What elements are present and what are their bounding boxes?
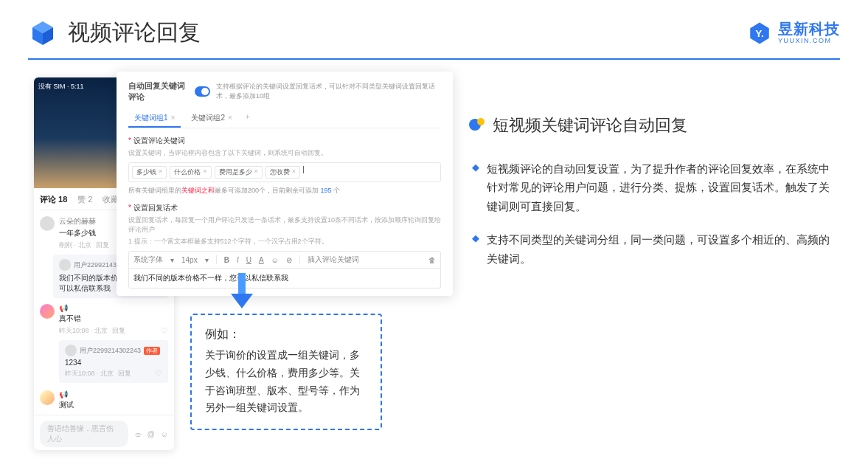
- clear-button[interactable]: ⊘: [286, 256, 292, 264]
- bubble-icon: [469, 117, 485, 134]
- reply-link[interactable]: 回复: [112, 326, 125, 336]
- cube-icon: [28, 18, 58, 48]
- callout-heading: 例如：: [205, 327, 367, 342]
- italic-button[interactable]: I: [237, 256, 239, 264]
- keyword-tag: 多少钱×: [132, 166, 167, 179]
- tab-comments[interactable]: 评论 18: [40, 194, 67, 205]
- page-title: 视频评论回复: [68, 18, 201, 48]
- at-icon[interactable]: @: [147, 430, 155, 438]
- brand-name-cn: 昱新科技: [778, 21, 840, 36]
- tab-likes[interactable]: 赞 2: [77, 194, 92, 205]
- color-button[interactable]: A: [259, 256, 264, 264]
- keyword-input[interactable]: 多少钱× 什么价格× 费用是多少× 怎收费×: [128, 162, 441, 182]
- diamond-icon: ◆: [472, 232, 479, 269]
- size-select[interactable]: 14px: [181, 256, 198, 264]
- switch-label: 自动回复关键词评论: [128, 80, 189, 103]
- keyword-tag: 费用是多少×: [215, 166, 263, 179]
- emoji-icon[interactable]: ☺: [161, 430, 168, 438]
- keyword-group-tab[interactable]: 关键词组2×: [185, 110, 237, 128]
- insert-keyword-button[interactable]: 插入评论关键词: [308, 255, 359, 265]
- svg-point-3: [477, 118, 485, 125]
- avatar: [40, 216, 55, 231]
- reply-link[interactable]: 回复: [96, 241, 109, 250]
- rte-editor[interactable]: 我们不同的版本价格不一样，您可以私信联系我: [128, 269, 441, 288]
- bullet-item: ◆ 支持不同类型的关键词分组，同一类问题，可设置多个相近的、高频的关键词。: [469, 231, 840, 269]
- brand-hex-icon: Y.: [747, 21, 772, 46]
- underline-button[interactable]: U: [246, 256, 251, 264]
- delete-button[interactable]: 🗑: [428, 256, 436, 264]
- phone-status: 没有 SIM · 5:11: [38, 82, 84, 91]
- bold-button[interactable]: B: [224, 256, 229, 264]
- toggle-switch[interactable]: [195, 86, 210, 97]
- comment-input[interactable]: 善语结善缘，恶言伤人心: [40, 421, 128, 447]
- close-icon[interactable]: ×: [228, 114, 232, 122]
- section-title: 短视频关键词评论自动回复: [493, 114, 687, 136]
- example-callout: 例如： 关于询价的设置成一组关键词，多少钱、什么价格，费用多少等。关于咨询班型、…: [190, 314, 382, 430]
- font-select[interactable]: 系统字体: [133, 255, 163, 265]
- keyword-group-tab[interactable]: 关键词组1×: [128, 110, 181, 128]
- add-tab-button[interactable]: +: [243, 110, 253, 128]
- keyword-tag: 怎收费×: [265, 166, 300, 179]
- avatar: [59, 259, 71, 271]
- image-icon[interactable]: ⌯: [134, 430, 142, 438]
- heart-icon[interactable]: ♡: [161, 326, 168, 336]
- settings-panel: 自动回复关键词评论 支持根据评论的关键词设置回复话术，可以针对不同类型关键词设置…: [117, 72, 453, 296]
- avatar: [40, 304, 55, 319]
- bullet-item: ◆ 短视频评论的自动回复设置，为了提升作者的评论回复效率，在系统中针对常见的评论…: [469, 160, 840, 216]
- arrow-down-icon: [231, 273, 253, 308]
- keyword-tag: 什么价格×: [170, 166, 211, 179]
- diamond-icon: ◆: [472, 162, 479, 216]
- emoji-button[interactable]: ☺: [271, 256, 279, 264]
- brand-logo: Y. 昱新科技 YUUXIN.COM: [747, 21, 840, 46]
- avatar: [40, 390, 55, 405]
- close-icon[interactable]: ×: [171, 114, 176, 122]
- svg-rect-1: [238, 273, 246, 294]
- avatar: [65, 345, 77, 356]
- callout-body: 关于询价的设置成一组关键词，多少钱、什么价格，费用多少等。关于咨询班型、版本、型…: [205, 347, 367, 417]
- brand-name-en: YUUXIN.COM: [778, 38, 840, 44]
- rte-toolbar: 系统字体▾ 14px▾ B I U A ☺ ⊘ 插入评论关键词 🗑: [128, 251, 441, 269]
- svg-text:Y.: Y.: [755, 28, 763, 39]
